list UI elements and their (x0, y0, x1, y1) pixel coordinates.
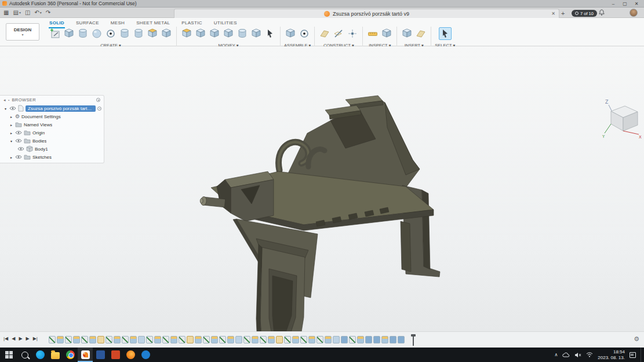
timeline-sketch-icon[interactable] (243, 336, 250, 343)
taskbar-app-search[interactable] (17, 348, 32, 362)
timeline-extrude-icon[interactable] (195, 336, 202, 343)
network-wifi-icon[interactable] (586, 352, 593, 357)
go-to-start-button[interactable]: |◀ (3, 336, 8, 341)
step-back-button[interactable]: ◀ (12, 336, 15, 341)
visibility-eye-icon[interactable] (9, 106, 16, 111)
taskbar-app-firefox[interactable] (123, 348, 138, 362)
browser-row-named-views[interactable]: ▸ Named Views (0, 120, 104, 129)
insert-mesh-icon[interactable] (401, 27, 413, 40)
taskbar-app-file-explorer[interactable] (48, 348, 63, 362)
timeline-plane-icon[interactable] (276, 336, 283, 343)
action-center-icon[interactable] (630, 352, 636, 358)
select-tool-icon[interactable] (439, 27, 452, 40)
timeline-extrude-icon[interactable] (292, 336, 299, 343)
create-cylinder-icon[interactable] (77, 27, 89, 40)
timeline-sketch-icon[interactable] (219, 336, 226, 343)
timeline-sketch-icon[interactable] (65, 336, 72, 343)
timeline-sketch-icon[interactable] (122, 336, 129, 343)
split-body-icon[interactable] (250, 27, 263, 40)
timeline-extrude-icon[interactable] (227, 336, 234, 343)
taskbar-app-media-player[interactable] (138, 348, 153, 362)
fillet-icon[interactable] (194, 27, 207, 40)
data-panel-grid-icon[interactable]: ▦ (3, 9, 9, 16)
construction-axis-icon[interactable] (332, 27, 345, 40)
timeline-settings-gear-icon[interactable]: ⚙ (634, 335, 639, 343)
timeline-position-marker[interactable] (413, 334, 414, 346)
timeline-combine-icon[interactable] (398, 336, 405, 343)
timeline-combine-icon[interactable] (341, 336, 348, 343)
visibility-eye-icon[interactable] (17, 147, 24, 151)
taskbar-app-fusion-360[interactable] (78, 348, 93, 362)
view-cube[interactable]: Z X Y (602, 97, 643, 139)
file-menu-icon[interactable]: ▤▾ (13, 9, 20, 16)
job-status-badge[interactable]: 7 of 10 (572, 10, 597, 17)
taskbar-app-powerpoint[interactable] (108, 348, 123, 362)
expander-icon[interactable]: ▸ (9, 155, 13, 159)
timeline-plane-icon[interactable] (187, 336, 194, 343)
hidden-icons-chevron-icon[interactable]: ∧ (554, 352, 558, 357)
timeline-plane-icon[interactable] (97, 336, 104, 343)
minimize-button-icon[interactable]: – (608, 1, 618, 6)
expander-icon[interactable]: ▸ (9, 131, 13, 135)
create-sphere-icon[interactable] (90, 27, 103, 40)
timeline-extrude-icon[interactable] (308, 336, 315, 343)
offset-face-icon[interactable] (236, 27, 249, 40)
timeline-sketch-icon[interactable] (179, 336, 185, 343)
user-avatar[interactable] (630, 9, 638, 17)
timeline-combine-icon[interactable] (365, 336, 372, 343)
document-status-icon[interactable] (97, 107, 101, 111)
timeline-fillet-icon[interactable] (138, 336, 145, 343)
section-analysis-icon[interactable] (380, 27, 393, 40)
new-component-icon[interactable] (284, 27, 297, 40)
construction-point-icon[interactable] (346, 27, 359, 40)
expander-icon[interactable]: ▾ (3, 107, 8, 111)
timeline-sketch-icon[interactable] (300, 336, 307, 343)
create-form-icon[interactable] (146, 27, 159, 40)
timeline-extrude-icon[interactable] (381, 336, 388, 343)
timeline-combine-icon[interactable] (390, 336, 396, 343)
maximize-button-icon[interactable]: ▢ (620, 1, 630, 6)
close-button-icon[interactable]: ✕ (631, 1, 642, 6)
step-forward-button[interactable]: ▶ (26, 336, 30, 341)
onedrive-cloud-icon[interactable] (562, 352, 570, 357)
notification-bell-icon[interactable] (598, 9, 605, 17)
timeline-extrude-icon[interactable] (114, 336, 121, 343)
3d-viewport[interactable]: ◂ ▪ BROWSER ▾ Zsuzsa porszívó porzsák ta… (0, 46, 644, 331)
expander-icon[interactable]: ▸ (9, 115, 13, 119)
move-copy-icon[interactable] (264, 27, 276, 40)
expander-icon[interactable]: ▸ (9, 123, 13, 127)
timeline-extrude-icon[interactable] (89, 336, 96, 343)
timeline-extrude-icon[interactable] (268, 336, 275, 343)
visibility-eye-icon[interactable] (15, 155, 22, 159)
timeline-extrude-icon[interactable] (57, 336, 64, 343)
taskbar-app-chrome[interactable] (63, 348, 78, 362)
browser-row-document-settings[interactable]: ▸ ⚙ Document Settings (0, 112, 104, 120)
timeline-extrude-icon[interactable] (325, 336, 332, 343)
timeline-extrude-icon[interactable] (170, 336, 177, 343)
timeline-sketch-icon[interactable] (284, 336, 291, 343)
insert-decal-icon[interactable] (414, 27, 427, 40)
measure-icon[interactable] (366, 27, 379, 40)
joint-icon[interactable] (298, 27, 311, 40)
timeline-sketch-icon[interactable] (105, 336, 112, 343)
browser-row-document[interactable]: ▾ Zsuzsa porszívó porzsák tartó v9 (0, 104, 104, 112)
taskbar-app-edge[interactable] (32, 348, 48, 362)
browser-options-icon[interactable] (96, 98, 100, 102)
volume-muted-icon[interactable] (574, 352, 581, 358)
undo-icon[interactable]: ↶▾ (34, 9, 41, 16)
visibility-eye-icon[interactable] (15, 138, 22, 143)
timeline-extrude-icon[interactable] (357, 336, 364, 343)
taskbar-clock[interactable]: 18:54 2023. 08. 13. (598, 349, 625, 361)
create-box-icon[interactable] (63, 27, 75, 40)
press-pull-icon[interactable] (180, 27, 193, 40)
timeline-extrude-icon[interactable] (130, 336, 137, 343)
timeline-sketch-icon[interactable] (49, 336, 56, 343)
redo-icon[interactable]: ↷ (46, 9, 50, 16)
tab-close-icon[interactable]: ✕ (551, 11, 555, 16)
timeline-sketch-icon[interactable] (146, 336, 153, 343)
timeline-sketch-icon[interactable] (260, 336, 267, 343)
create-pattern-icon[interactable] (160, 27, 173, 40)
timeline-fillet-icon[interactable] (333, 336, 340, 343)
timeline-extrude-icon[interactable] (73, 336, 80, 343)
browser-row-origin[interactable]: ▸ Origin (0, 129, 104, 137)
